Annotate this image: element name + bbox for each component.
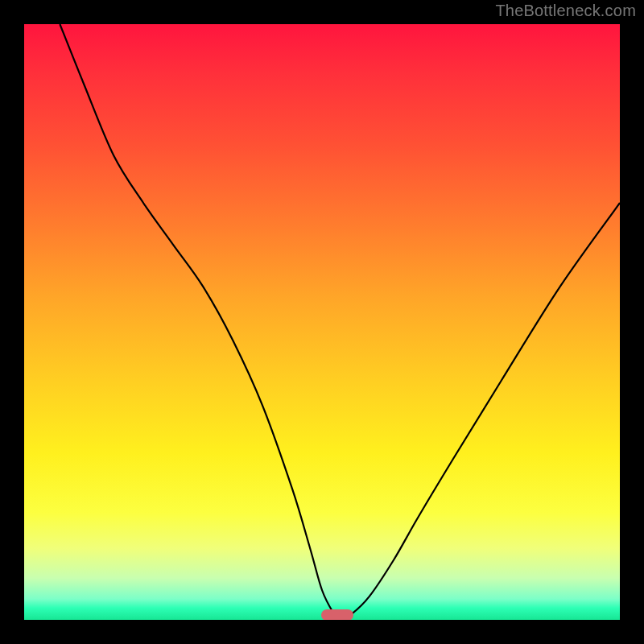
optimal-marker	[321, 609, 353, 620]
watermark-text: TheBottleneck.com	[495, 2, 636, 20]
curve-path	[60, 24, 620, 620]
bottleneck-curve	[24, 24, 620, 620]
chart-frame: TheBottleneck.com	[0, 0, 644, 644]
plot-area	[24, 24, 620, 620]
